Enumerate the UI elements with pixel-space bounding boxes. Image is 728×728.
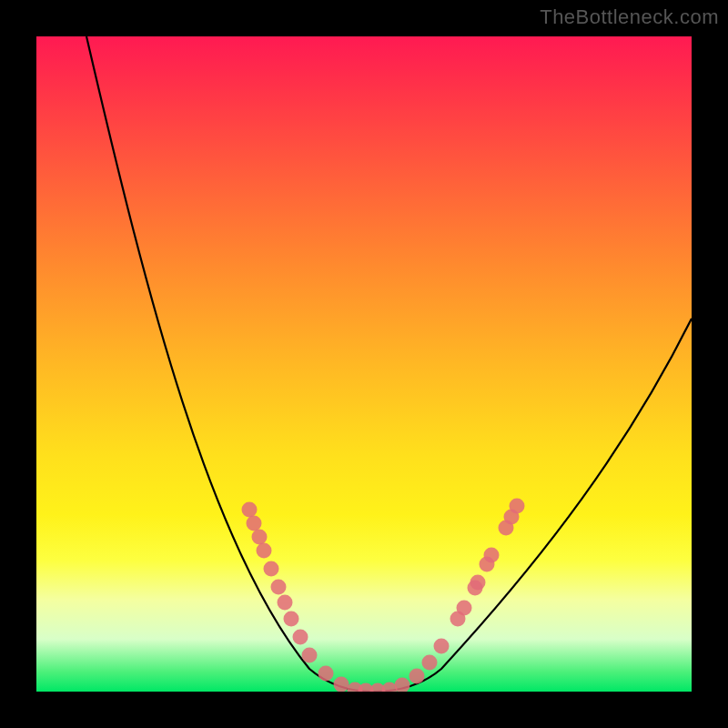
plot-area xyxy=(36,36,692,692)
curve-group xyxy=(86,36,692,692)
data-marker xyxy=(457,601,472,616)
data-marker xyxy=(484,548,500,563)
data-marker xyxy=(468,581,483,596)
data-marker xyxy=(302,648,318,663)
data-marker xyxy=(252,530,268,545)
data-marker xyxy=(284,612,299,627)
data-marker xyxy=(395,678,410,693)
data-marker xyxy=(510,499,525,514)
chart-frame: TheBottleneck.com xyxy=(0,0,728,728)
marker-group xyxy=(242,499,525,693)
curve-right-ascent xyxy=(373,318,692,692)
data-marker xyxy=(278,595,293,611)
watermark-text: TheBottleneck.com xyxy=(540,5,719,29)
data-marker xyxy=(271,580,287,595)
data-marker xyxy=(410,669,425,684)
data-marker xyxy=(422,655,438,671)
data-marker xyxy=(264,561,279,577)
chart-svg xyxy=(36,36,692,692)
data-marker xyxy=(293,630,308,645)
data-marker xyxy=(257,543,272,559)
data-marker xyxy=(334,677,349,693)
data-marker xyxy=(242,502,258,518)
data-marker xyxy=(434,639,450,654)
data-marker xyxy=(318,666,334,682)
data-marker xyxy=(247,516,262,531)
curve-left-descent xyxy=(86,36,373,692)
